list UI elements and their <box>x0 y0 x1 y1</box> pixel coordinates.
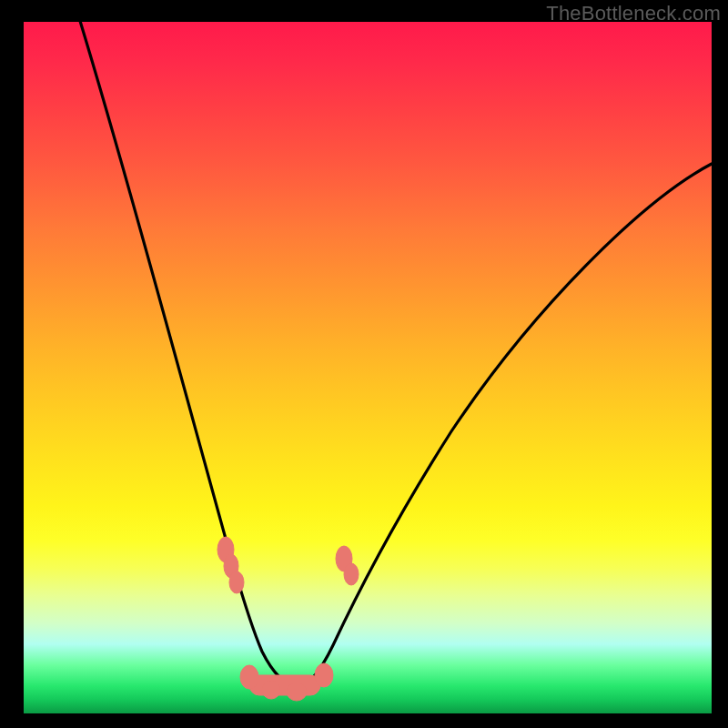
chart-frame: TheBottleneck.com <box>0 0 728 728</box>
svg-point-7 <box>315 663 333 687</box>
bottleneck-curve <box>24 22 712 713</box>
svg-point-9 <box>287 682 307 701</box>
marker-left-shoulder <box>217 537 244 593</box>
svg-point-8 <box>262 681 280 699</box>
curve-path <box>69 0 712 686</box>
marker-valley-floor <box>240 663 333 701</box>
svg-rect-5 <box>249 675 320 695</box>
svg-point-2 <box>229 571 244 593</box>
svg-point-6 <box>240 665 258 689</box>
marker-right-shoulder <box>336 546 359 585</box>
watermark-text: TheBottleneck.com <box>546 2 721 25</box>
svg-point-4 <box>344 563 359 585</box>
plot-area <box>24 22 712 713</box>
